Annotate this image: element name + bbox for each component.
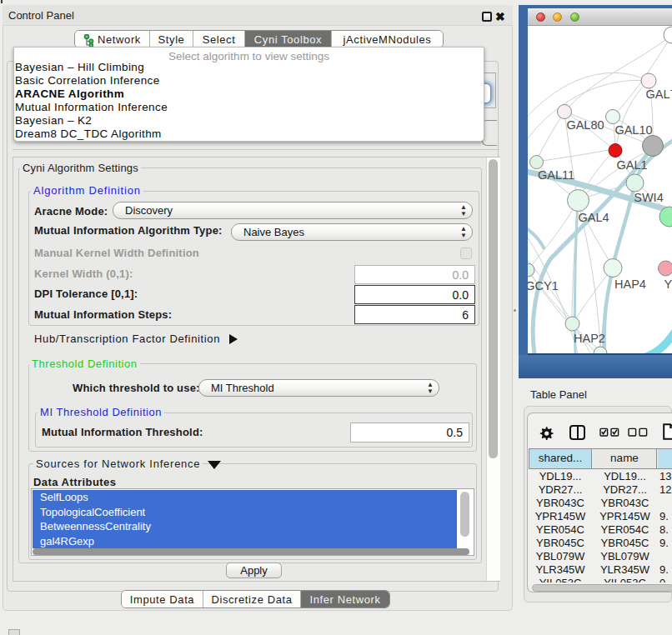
svg-text:GAL11: GAL11 [538,168,574,182]
svg-text:HAP2: HAP2 [574,332,605,345]
svg-text:GAL4: GAL4 [578,211,609,224]
svg-text:GAL10: GAL10 [614,123,652,137]
svg-text:YJ: YJ [664,278,672,291]
svg-text:GCY1: GCY1 [528,279,559,292]
svg-text:GAL7: GAL7 [645,88,672,101]
svg-text:GAL80: GAL80 [566,118,604,132]
svg-text:SWI4: SWI4 [634,191,663,204]
svg-text:HAP4: HAP4 [614,278,646,291]
svg-text:GAL1: GAL1 [616,158,647,172]
